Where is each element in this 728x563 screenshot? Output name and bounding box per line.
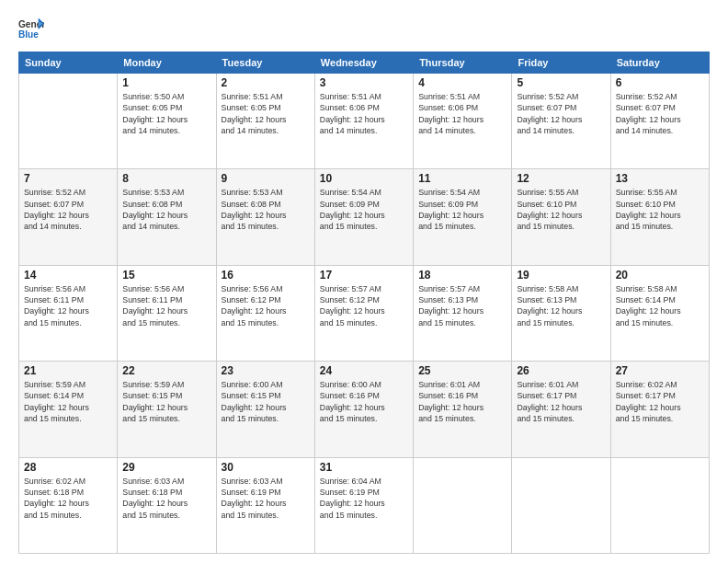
day-info: Sunrise: 5:55 AM Sunset: 6:10 PM Dayligh… xyxy=(517,187,605,232)
day-info: Sunrise: 5:50 AM Sunset: 6:05 PM Dayligh… xyxy=(122,91,210,136)
day-number: 18 xyxy=(418,269,506,282)
calendar-cell: 11Sunrise: 5:54 AM Sunset: 6:09 PM Dayli… xyxy=(414,169,512,265)
day-info: Sunrise: 6:01 AM Sunset: 6:17 PM Dayligh… xyxy=(517,379,605,424)
day-number: 26 xyxy=(517,364,605,377)
calendar-cell: 1Sunrise: 5:50 AM Sunset: 6:05 PM Daylig… xyxy=(118,74,216,169)
day-info: Sunrise: 6:02 AM Sunset: 6:17 PM Dayligh… xyxy=(616,379,704,424)
day-info: Sunrise: 5:53 AM Sunset: 6:08 PM Dayligh… xyxy=(122,187,210,232)
day-info: Sunrise: 5:52 AM Sunset: 6:07 PM Dayligh… xyxy=(517,91,605,136)
svg-text:Blue: Blue xyxy=(18,29,39,40)
calendar-cell: 9Sunrise: 5:53 AM Sunset: 6:08 PM Daylig… xyxy=(216,169,314,265)
calendar-cell: 3Sunrise: 5:51 AM Sunset: 6:06 PM Daylig… xyxy=(314,74,413,169)
day-info: Sunrise: 5:58 AM Sunset: 6:14 PM Dayligh… xyxy=(616,283,704,328)
day-info: Sunrise: 6:04 AM Sunset: 6:19 PM Dayligh… xyxy=(320,476,408,521)
calendar-cell xyxy=(414,457,512,553)
calendar-cell: 16Sunrise: 5:56 AM Sunset: 6:12 PM Dayli… xyxy=(216,265,314,361)
calendar-cell: 13Sunrise: 5:55 AM Sunset: 6:10 PM Dayli… xyxy=(610,169,709,265)
calendar-cell: 5Sunrise: 5:52 AM Sunset: 6:07 PM Daylig… xyxy=(512,74,610,169)
day-info: Sunrise: 6:02 AM Sunset: 6:18 PM Dayligh… xyxy=(24,476,112,521)
calendar-cell xyxy=(512,457,610,553)
day-info: Sunrise: 6:03 AM Sunset: 6:19 PM Dayligh… xyxy=(222,476,310,521)
weekday-header: Friday xyxy=(512,52,610,74)
day-number: 1 xyxy=(122,76,210,89)
calendar-cell: 19Sunrise: 5:58 AM Sunset: 6:13 PM Dayli… xyxy=(512,265,610,361)
calendar-cell: 17Sunrise: 5:57 AM Sunset: 6:12 PM Dayli… xyxy=(314,265,413,361)
calendar-table: SundayMondayTuesdayWednesdayThursdayFrid… xyxy=(18,52,710,554)
day-number: 13 xyxy=(616,172,704,185)
day-info: Sunrise: 5:58 AM Sunset: 6:13 PM Dayligh… xyxy=(517,283,605,328)
day-number: 6 xyxy=(616,76,704,89)
day-number: 21 xyxy=(24,364,112,377)
calendar-cell: 24Sunrise: 6:00 AM Sunset: 6:16 PM Dayli… xyxy=(314,362,413,457)
day-info: Sunrise: 5:56 AM Sunset: 6:11 PM Dayligh… xyxy=(24,283,112,328)
day-info: Sunrise: 5:51 AM Sunset: 6:05 PM Dayligh… xyxy=(222,91,310,136)
page: General Blue SundayMondayTuesdayWednesda… xyxy=(0,0,728,563)
day-info: Sunrise: 5:54 AM Sunset: 6:09 PM Dayligh… xyxy=(320,187,408,232)
day-number: 29 xyxy=(122,461,210,474)
calendar-cell: 7Sunrise: 5:52 AM Sunset: 6:07 PM Daylig… xyxy=(19,169,118,265)
day-info: Sunrise: 6:03 AM Sunset: 6:18 PM Dayligh… xyxy=(122,476,210,521)
calendar-cell: 27Sunrise: 6:02 AM Sunset: 6:17 PM Dayli… xyxy=(610,362,709,457)
logo: General Blue xyxy=(18,17,44,42)
calendar-cell: 2Sunrise: 5:51 AM Sunset: 6:05 PM Daylig… xyxy=(216,74,314,169)
calendar-cell: 8Sunrise: 5:53 AM Sunset: 6:08 PM Daylig… xyxy=(118,169,216,265)
day-number: 22 xyxy=(122,364,210,377)
day-info: Sunrise: 5:52 AM Sunset: 6:07 PM Dayligh… xyxy=(24,187,112,232)
calendar-cell: 26Sunrise: 6:01 AM Sunset: 6:17 PM Dayli… xyxy=(512,362,610,457)
day-info: Sunrise: 5:52 AM Sunset: 6:07 PM Dayligh… xyxy=(616,91,704,136)
day-info: Sunrise: 5:53 AM Sunset: 6:08 PM Dayligh… xyxy=(222,187,310,232)
day-info: Sunrise: 5:54 AM Sunset: 6:09 PM Dayligh… xyxy=(418,187,506,232)
day-number: 11 xyxy=(418,172,506,185)
day-number: 4 xyxy=(418,76,506,89)
day-info: Sunrise: 6:00 AM Sunset: 6:15 PM Dayligh… xyxy=(222,379,310,424)
day-number: 16 xyxy=(222,269,310,282)
calendar-cell: 10Sunrise: 5:54 AM Sunset: 6:09 PM Dayli… xyxy=(314,169,413,265)
day-number: 3 xyxy=(320,76,408,89)
day-info: Sunrise: 5:57 AM Sunset: 6:12 PM Dayligh… xyxy=(320,283,408,328)
calendar-cell: 23Sunrise: 6:00 AM Sunset: 6:15 PM Dayli… xyxy=(216,362,314,457)
day-number: 30 xyxy=(222,461,310,474)
day-number: 25 xyxy=(418,364,506,377)
calendar-cell: 20Sunrise: 5:58 AM Sunset: 6:14 PM Dayli… xyxy=(610,265,709,361)
day-number: 10 xyxy=(320,172,408,185)
day-info: Sunrise: 6:00 AM Sunset: 6:16 PM Dayligh… xyxy=(320,379,408,424)
day-info: Sunrise: 6:01 AM Sunset: 6:16 PM Dayligh… xyxy=(418,379,506,424)
day-number: 15 xyxy=(122,269,210,282)
day-number: 20 xyxy=(616,269,704,282)
calendar-cell: 25Sunrise: 6:01 AM Sunset: 6:16 PM Dayli… xyxy=(414,362,512,457)
calendar-cell: 12Sunrise: 5:55 AM Sunset: 6:10 PM Dayli… xyxy=(512,169,610,265)
calendar-cell: 18Sunrise: 5:57 AM Sunset: 6:13 PM Dayli… xyxy=(414,265,512,361)
day-info: Sunrise: 5:55 AM Sunset: 6:10 PM Dayligh… xyxy=(616,187,704,232)
day-number: 2 xyxy=(222,76,310,89)
day-info: Sunrise: 5:57 AM Sunset: 6:13 PM Dayligh… xyxy=(418,283,506,328)
day-number: 23 xyxy=(222,364,310,377)
header: General Blue xyxy=(18,17,710,42)
day-info: Sunrise: 5:56 AM Sunset: 6:12 PM Dayligh… xyxy=(222,283,310,328)
calendar-cell: 28Sunrise: 6:02 AM Sunset: 6:18 PM Dayli… xyxy=(19,457,118,553)
day-number: 19 xyxy=(517,269,605,282)
day-info: Sunrise: 5:56 AM Sunset: 6:11 PM Dayligh… xyxy=(122,283,210,328)
calendar-cell: 15Sunrise: 5:56 AM Sunset: 6:11 PM Dayli… xyxy=(118,265,216,361)
weekday-header: Monday xyxy=(118,52,216,74)
day-number: 9 xyxy=(222,172,310,185)
day-number: 8 xyxy=(122,172,210,185)
calendar-cell: 22Sunrise: 5:59 AM Sunset: 6:15 PM Dayli… xyxy=(118,362,216,457)
calendar-cell: 29Sunrise: 6:03 AM Sunset: 6:18 PM Dayli… xyxy=(118,457,216,553)
logo-icon: General Blue xyxy=(18,17,44,42)
day-info: Sunrise: 5:51 AM Sunset: 6:06 PM Dayligh… xyxy=(418,91,506,136)
day-number: 27 xyxy=(616,364,704,377)
weekday-header: Saturday xyxy=(610,52,709,74)
day-number: 7 xyxy=(24,172,112,185)
calendar-cell: 6Sunrise: 5:52 AM Sunset: 6:07 PM Daylig… xyxy=(610,74,709,169)
weekday-header: Tuesday xyxy=(216,52,314,74)
calendar-cell xyxy=(610,457,709,553)
calendar-cell xyxy=(19,74,118,169)
day-info: Sunrise: 5:51 AM Sunset: 6:06 PM Dayligh… xyxy=(320,91,408,136)
weekday-header: Sunday xyxy=(19,52,118,74)
day-number: 28 xyxy=(24,461,112,474)
day-number: 12 xyxy=(517,172,605,185)
calendar-cell: 4Sunrise: 5:51 AM Sunset: 6:06 PM Daylig… xyxy=(414,74,512,169)
weekday-header: Thursday xyxy=(414,52,512,74)
day-number: 31 xyxy=(320,461,408,474)
day-number: 24 xyxy=(320,364,408,377)
